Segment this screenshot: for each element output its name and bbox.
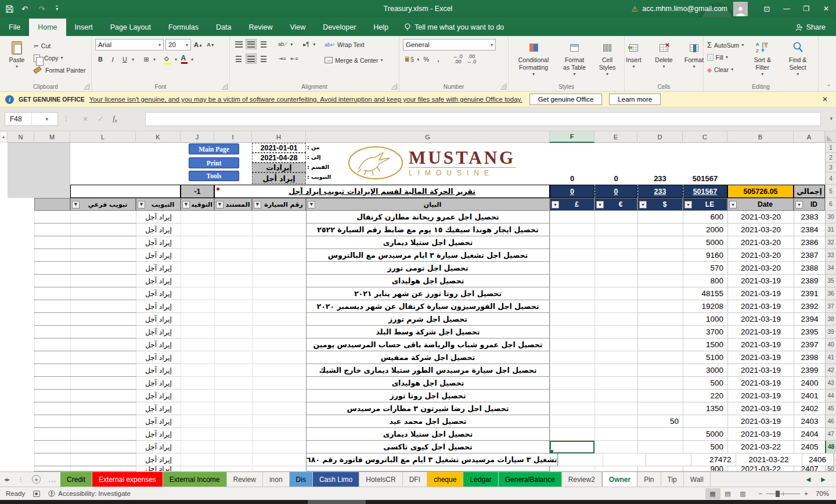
format-painter-button[interactable]: Format Painter [34, 65, 85, 75]
cell-car-number[interactable] [252, 390, 306, 402]
new-sheet-icon[interactable]: + [28, 472, 45, 487]
cell-date[interactable]: 2021-03-19 [727, 287, 794, 300]
cell-usd[interactable] [637, 390, 683, 402]
collapse-ribbon-icon[interactable]: ⌃ [827, 84, 831, 90]
name-box-dropdown-icon[interactable]: ▼ [31, 113, 58, 125]
column-header-G[interactable]: G [306, 131, 550, 143]
close-button[interactable]: ✕ [816, 0, 836, 17]
decrease-decimal-icon[interactable]: .00→.0 [466, 54, 478, 64]
cell-id[interactable]: 2391 [794, 287, 825, 300]
cell-statement[interactable]: تحصيل اجل كيوى تاكسى [306, 441, 550, 453]
band-eur-total[interactable]: 0 [594, 185, 637, 198]
column-header-J[interactable]: J [181, 131, 214, 143]
cell-timing[interactable] [181, 377, 214, 390]
number-format-select[interactable]: General▾ [403, 39, 496, 51]
cell-car-number[interactable] [252, 453, 306, 466]
cell-usd[interactable] [637, 466, 683, 471]
cell-date[interactable]: 2021-03-20 [727, 211, 794, 224]
share-button[interactable]: Share [785, 19, 836, 36]
autosum-button[interactable]: ΣAutoSum▾ [707, 40, 744, 50]
cell-id[interactable]: 2386 [794, 236, 825, 249]
ribbon-tab-help[interactable]: Help [365, 19, 397, 36]
tab-type-cell[interactable]: إيراد أجل [252, 172, 306, 184]
cell-sub-tab2[interactable] [70, 262, 136, 275]
filter-header-id[interactable]: ▼ID [794, 198, 825, 211]
sheet-tab-inon[interactable]: inon [263, 472, 290, 487]
cell-eur[interactable] [594, 441, 637, 453]
cell-document[interactable] [214, 249, 252, 262]
filter-header-timing[interactable]: ▼التوقيت [181, 198, 214, 211]
get-genuine-office-button[interactable]: Get genuine Office [529, 93, 603, 105]
cell-eur[interactable] [594, 236, 637, 249]
cell-eur[interactable] [594, 224, 637, 236]
cell-sub-tab2[interactable] [70, 275, 136, 287]
cell-tab[interactable]: إيراد آجل [136, 415, 181, 428]
ribbon-tab-formulas[interactable]: Formulas [160, 19, 207, 36]
total-usd-cell[interactable]: 233 [637, 172, 683, 184]
cell-statement[interactable]: تحصيل اجل الفورسيزون سيارة كرنفال عن شهر… [306, 300, 550, 313]
alignment-dialog-launcher[interactable]: ◿ [391, 84, 397, 89]
cell-gbp[interactable] [550, 236, 594, 249]
row-number[interactable]: 44 [825, 390, 836, 402]
cell-eur[interactable] [594, 211, 637, 224]
avatar[interactable] [733, 2, 748, 16]
band-gbp-total[interactable]: 0 [550, 185, 594, 198]
cell-tab[interactable]: إيراد آجل [136, 428, 181, 441]
cell-n[interactable] [8, 300, 34, 313]
cell-le[interactable]: 27472 [691, 453, 736, 466]
filter-dropdown-icon[interactable]: ▼ [182, 201, 190, 208]
bold-button[interactable]: B [95, 54, 106, 64]
filter-dropdown-icon[interactable]: ▼ [795, 201, 803, 208]
cell-eur[interactable] [594, 377, 637, 390]
cell-document[interactable] [214, 262, 252, 275]
warning-triangle-icon[interactable]: ⚠ [632, 5, 639, 13]
copy-button[interactable]: Copy▾ [34, 53, 85, 63]
cell-usd[interactable] [637, 236, 683, 249]
cell-sub-tab[interactable] [34, 236, 70, 249]
row-number[interactable]: 47 [825, 428, 836, 441]
cell-sub-tab2[interactable] [70, 211, 136, 224]
cell-le[interactable]: 220 [683, 390, 727, 402]
cell-sub-tab2[interactable] [70, 313, 136, 326]
cell-statement[interactable]: تحصيل اجل شركة وسط البلد [306, 326, 550, 339]
cell-id[interactable]: 2400 [794, 377, 825, 390]
date-to-cell[interactable]: 2021-04-28 [252, 153, 306, 163]
cell-date[interactable]: 2021-03-20 [727, 236, 794, 249]
sheet-nav-icon[interactable]: ◂▸ [0, 472, 14, 487]
cell-document[interactable] [214, 287, 252, 300]
cell-tab[interactable]: إيراد آجل [136, 236, 181, 249]
sheet-tab-review[interactable]: Review [227, 472, 263, 487]
tab-overflow-icon[interactable]: ... [45, 472, 60, 487]
row-number[interactable]: 49 [833, 453, 836, 466]
cell-car-number[interactable] [252, 300, 306, 313]
cell-n[interactable] [8, 453, 34, 466]
cell-eur[interactable] [594, 339, 637, 351]
filter-dropdown-icon[interactable]: ▼ [254, 201, 261, 208]
row-number[interactable]: 32 [825, 236, 836, 249]
cell-usd[interactable] [646, 453, 691, 466]
total-le-cell[interactable]: 501567 [683, 172, 727, 184]
cell-date[interactable]: 2021-03-19 [727, 428, 794, 441]
orientation-icon[interactable]: ab⟋ [277, 39, 289, 49]
cell-timing[interactable] [181, 415, 214, 428]
cell-car-number[interactable] [252, 224, 306, 236]
ribbon-tab-home[interactable]: Home [29, 19, 66, 36]
ribbon-tab-developer[interactable]: Developer [314, 19, 365, 36]
cell-le[interactable]: 500 [683, 377, 727, 390]
cell-tab[interactable]: إيراد آجل [136, 224, 181, 236]
cell-sub-tab2[interactable] [70, 466, 136, 471]
cell-timing[interactable] [181, 236, 214, 249]
cell-date[interactable]: 2021-03-22 [727, 466, 794, 471]
filter-header-le[interactable]: ▼LE [683, 198, 727, 211]
cell-n[interactable] [8, 262, 34, 275]
cell-usd[interactable] [637, 326, 683, 339]
filter-dropdown-icon[interactable]: ▼ [308, 201, 315, 208]
cell-timing[interactable] [181, 262, 214, 275]
cell-eur[interactable] [594, 390, 637, 402]
cell-usd[interactable] [637, 249, 683, 262]
cell-n[interactable] [8, 211, 34, 224]
cell-document[interactable] [214, 441, 252, 453]
cell-statement[interactable]: تحصيل اجل هوليداى [306, 377, 550, 390]
cell-gbp[interactable] [550, 402, 594, 415]
cancel-formula-icon[interactable]: ✕ [82, 115, 88, 123]
